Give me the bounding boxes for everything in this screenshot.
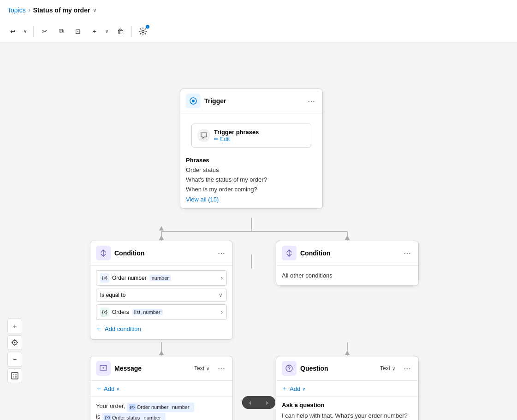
zoom-out-button[interactable]: − — [7, 352, 22, 367]
var1-name: Order number — [112, 275, 147, 281]
message-prefix: Your order, — [96, 402, 125, 409]
paste-button[interactable]: ⊡ — [71, 24, 85, 39]
toolbar-divider-1 — [33, 26, 34, 37]
question-icon: ? — [282, 361, 297, 376]
condition-var2-row[interactable]: {x} Orders list, number › — [96, 304, 227, 320]
svg-marker-8 — [159, 226, 164, 231]
add-button[interactable]: + — [87, 24, 102, 39]
nav-prev-button[interactable]: ‹ — [242, 396, 259, 409]
copy-button[interactable]: ⧉ — [54, 24, 69, 39]
question-type-badge[interactable]: Text ∨ — [380, 365, 395, 372]
operator-chevron-icon: ∨ — [219, 292, 223, 298]
trigger-node-header: Trigger ⋯ — [180, 89, 322, 113]
var2-inline-type: number — [142, 414, 163, 420]
condition-left-title: Condition — [114, 249, 212, 257]
nav-arrows: ‹ › — [242, 396, 275, 409]
condition-left-body: {×} Order number number › Is equal to ∨ … — [90, 266, 232, 339]
message-node-header: Message Text ∨ ⋯ — [90, 356, 232, 381]
nav-next-button[interactable]: › — [259, 396, 275, 409]
var1-chevron-icon: › — [221, 275, 223, 281]
svg-marker-10 — [345, 235, 350, 240]
trigger-phrases-edit-link[interactable]: ✏ Edit — [214, 136, 230, 142]
var2-name: Orders — [112, 309, 129, 315]
condition-operator-row[interactable]: Is equal to ∨ — [96, 289, 227, 302]
breadcrumb-separator: › — [29, 7, 30, 13]
locate-icon — [11, 339, 18, 346]
svg-rect-26 — [15, 374, 17, 375]
var2-chevron-icon: › — [221, 309, 223, 315]
message-plus-icon: ＋ — [96, 385, 102, 393]
question-add-button[interactable]: ＋ Add ∨ — [282, 385, 305, 393]
message-icon — [96, 361, 111, 376]
var1-small-icon: {×} — [129, 404, 136, 410]
message-svg-icon — [99, 364, 107, 373]
condition-left-node: Condition ⋯ {×} Order number number › Is… — [90, 241, 233, 340]
trigger-node: Trigger ⋯ Trigger phrases ✏ Edit — [180, 89, 323, 209]
zoom-in-button[interactable]: + — [7, 319, 22, 333]
ask-question-label: Ask a question — [282, 402, 413, 408]
trigger-phrases-content: Trigger phrases ✏ Edit — [214, 129, 259, 142]
phrases-label: Phrases — [186, 157, 317, 164]
question-text: I can help with that. What's your order … — [282, 411, 413, 420]
zoom-controls: + − — [7, 319, 22, 383]
trigger-svg-icon — [189, 97, 197, 105]
question-menu-button[interactable]: ⋯ — [402, 363, 413, 374]
condition-left-icon — [96, 246, 111, 260]
var2-icon: {x} — [100, 308, 109, 317]
add-condition-button[interactable]: ＋ Add condition — [96, 323, 141, 335]
toolbar-divider-2 — [131, 26, 132, 37]
message-middle: is — [96, 413, 100, 420]
trigger-title: Trigger — [204, 97, 302, 105]
var2-small-icon: {×} — [104, 415, 111, 420]
question-add-chevron-icon: ∨ — [302, 386, 305, 391]
condition-right-icon — [282, 246, 297, 260]
operator-label: Is equal to — [100, 292, 125, 298]
settings-button[interactable]: ! — [136, 24, 150, 39]
chat-icon — [200, 132, 208, 139]
svg-rect-25 — [13, 374, 14, 375]
undo-group: ↩ ∨ — [6, 24, 30, 39]
trigger-icon — [186, 94, 201, 108]
map-button[interactable] — [7, 368, 22, 383]
delete-button[interactable]: 🗑 — [113, 24, 128, 39]
message-actions: ＋ Add ∨ — [90, 381, 232, 397]
message-var2: {×} Order status number — [102, 413, 166, 420]
svg-marker-11 — [159, 350, 164, 355]
add-dropdown-button[interactable]: ∨ — [102, 24, 111, 39]
condition-right-node: Condition ⋯ All other conditions — [276, 241, 419, 286]
question-body: Ask a question I can help with that. Wha… — [276, 397, 418, 420]
condition-right-menu-button[interactable]: ⋯ — [402, 248, 413, 259]
undo-dropdown-button[interactable]: ∨ — [20, 24, 30, 39]
undo-button[interactable]: ↩ — [6, 24, 20, 39]
message-add-button[interactable]: ＋ Add ∨ — [96, 385, 119, 393]
message-type-badge[interactable]: Text ∨ — [194, 365, 209, 372]
svg-point-19 — [14, 342, 16, 343]
other-conditions-label: All other conditions — [282, 272, 333, 279]
message-menu-button[interactable]: ⋯ — [216, 363, 227, 374]
breadcrumb: Topics › Status of my order ∨ — [7, 6, 97, 14]
var1-type: number — [149, 275, 171, 281]
message-body: Your order, {×} Order number number is {… — [90, 397, 232, 420]
condition-left-menu-button[interactable]: ⋯ — [216, 248, 227, 259]
pencil-icon: ✏ — [214, 136, 220, 142]
question-type-chevron-icon: ∨ — [392, 366, 395, 371]
trigger-phrases-card-icon — [197, 129, 210, 142]
breadcrumb-chevron-icon[interactable]: ∨ — [93, 7, 97, 13]
svg-rect-28 — [15, 376, 17, 378]
view-all-link[interactable]: View all (15) — [186, 196, 219, 203]
svg-point-14 — [192, 100, 195, 102]
locate-button[interactable] — [7, 335, 22, 350]
breadcrumb-topics[interactable]: Topics — [7, 6, 26, 14]
svg-point-0 — [142, 30, 144, 32]
trigger-phrases-title: Trigger phrases — [214, 129, 259, 136]
question-title: Question — [300, 365, 376, 372]
trigger-menu-button[interactable]: ⋯ — [306, 96, 317, 106]
canvas: Trigger ⋯ Trigger phrases ✏ Edit — [0, 42, 517, 420]
condition-right-svg-icon — [285, 249, 293, 257]
breadcrumb-current: Status of my order — [33, 6, 90, 14]
question-node-header: ? Question Text ∨ ⋯ — [276, 356, 418, 381]
cut-button[interactable]: ✂ — [37, 24, 52, 39]
phrase-2: What's the status of my order? — [186, 175, 317, 185]
condition-var1-row[interactable]: {×} Order number number › — [96, 270, 227, 286]
trigger-phrases-card[interactable]: Trigger phrases ✏ Edit — [191, 124, 311, 148]
